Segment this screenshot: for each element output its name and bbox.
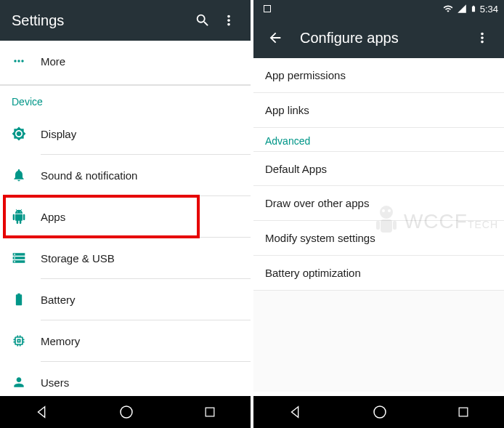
more-vert-icon[interactable] (216, 7, 242, 33)
memory-icon (12, 334, 41, 348)
battery-status-icon (470, 4, 477, 14)
svg-point-9 (374, 406, 386, 418)
display-label: Display (41, 128, 76, 140)
configure-list: App permissions App links Advanced Defau… (253, 58, 504, 392)
settings-item-display[interactable]: Display (0, 113, 251, 154)
sound-label: Sound & notification (41, 169, 137, 182)
battery-label: Battery (41, 294, 76, 306)
settings-item-sound[interactable]: Sound & notification (0, 155, 251, 195)
configure-apps-screen: 5:34 Configure apps App permissions App … (253, 0, 504, 428)
brightness-icon (12, 126, 41, 141)
nav-bar (0, 396, 251, 428)
section-advanced: Advanced (253, 128, 504, 151)
nav-back-icon[interactable] (34, 404, 50, 420)
nav-bar (253, 396, 504, 428)
users-label: Users (41, 376, 69, 389)
appbar: Settings (0, 0, 251, 41)
screenshot-icon (262, 4, 272, 13)
settings-item-apps[interactable]: Apps (0, 196, 251, 237)
settings-item-storage[interactable]: Storage & USB (0, 238, 251, 278)
nav-recent-icon[interactable] (203, 405, 217, 419)
battery-icon (12, 292, 41, 307)
item-battery-opt[interactable]: Battery optimization (253, 256, 504, 291)
more-vert-icon[interactable] (469, 25, 495, 51)
settings-item-memory[interactable]: Memory (0, 320, 251, 361)
item-app-links[interactable]: App links (253, 93, 504, 128)
person-icon (12, 375, 41, 389)
apps-label: Apps (41, 211, 65, 223)
storage-icon (12, 251, 41, 265)
svg-rect-10 (459, 408, 468, 416)
status-bar: 5:34 (253, 0, 504, 17)
wifi-icon (442, 4, 454, 14)
section-device: Device (0, 86, 251, 113)
android-icon (12, 209, 41, 224)
signal-icon (457, 4, 467, 14)
svg-point-0 (121, 406, 132, 418)
back-arrow-icon[interactable] (262, 25, 288, 51)
settings-screen: Settings More Device Display S (0, 0, 251, 428)
search-icon[interactable] (190, 7, 216, 33)
item-app-permissions[interactable]: App permissions (253, 58, 504, 93)
settings-item-more[interactable]: More (0, 41, 251, 81)
svg-rect-1 (206, 408, 214, 416)
item-default-apps[interactable]: Default Apps (253, 151, 504, 186)
nav-home-icon[interactable] (118, 403, 135, 421)
item-modify-system[interactable]: Modify system settings (253, 221, 504, 256)
item-draw-over[interactable]: Draw over other apps (253, 186, 504, 221)
bell-icon (12, 168, 41, 182)
storage-label: Storage & USB (41, 252, 115, 265)
more-horiz-icon (12, 54, 41, 68)
svg-rect-2 (264, 6, 271, 12)
nav-home-icon[interactable] (371, 403, 389, 421)
page-title: Configure apps (300, 30, 469, 47)
nav-recent-icon[interactable] (456, 405, 471, 419)
more-label: More (41, 55, 65, 68)
memory-label: Memory (41, 335, 80, 347)
settings-item-users[interactable]: Users (0, 362, 251, 392)
nav-back-icon[interactable] (288, 404, 304, 420)
appbar: Configure apps (253, 17, 504, 58)
status-time: 5:34 (480, 4, 498, 15)
settings-list: More Device Display Sound & notification… (0, 41, 251, 392)
settings-item-battery[interactable]: Battery (0, 279, 251, 320)
page-title: Settings (12, 12, 190, 29)
